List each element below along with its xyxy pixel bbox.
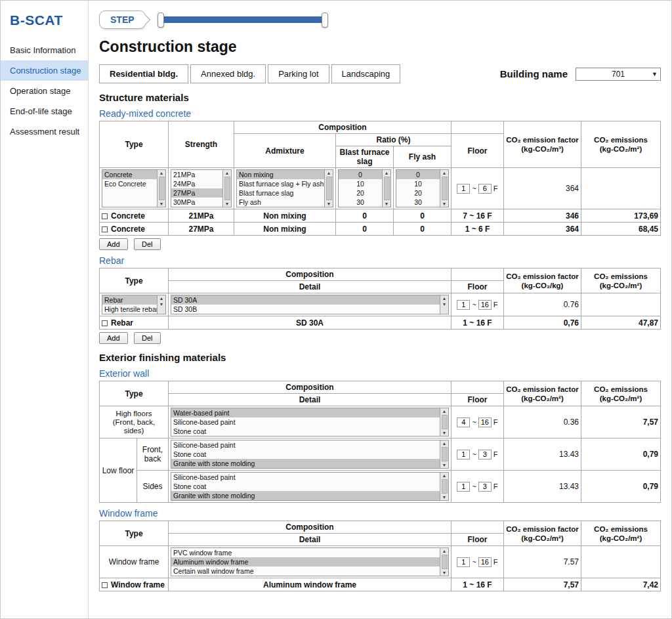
listbox-option[interactable]: Fly ash	[237, 198, 324, 207]
listbox-option[interactable]: 30MPa	[171, 198, 222, 207]
floor-from-input[interactable]	[457, 184, 470, 194]
scroll-down-icon[interactable]: ▼	[225, 201, 230, 207]
listbox-option[interactable]: Eco Concrete	[102, 179, 157, 188]
scrollbar[interactable]: ▲ ▼	[382, 170, 390, 207]
scroll-thumb[interactable]	[442, 415, 448, 429]
tab-residential-bldg[interactable]: Residential bldg.	[99, 64, 188, 83]
listbox-option[interactable]: 0	[396, 170, 440, 179]
floor-to-input[interactable]	[478, 482, 492, 492]
listbox-option[interactable]: Non mixing	[237, 170, 324, 179]
concrete-admixture-listbox[interactable]: Non mixing Blast furnace slag + Fly ash …	[236, 169, 333, 207]
scroll-thumb[interactable]	[159, 177, 165, 200]
scroll-down-icon[interactable]: ▼	[442, 430, 447, 436]
sidebar-item-assessment-result[interactable]: Assessment result	[1, 121, 88, 142]
scrollbar[interactable]: ▲ ▼	[440, 473, 448, 500]
listbox-option[interactable]: Water-based paint	[171, 408, 440, 417]
scrollbar[interactable]: ▲ ▼	[157, 170, 165, 207]
listbox-option[interactable]: Concrete	[102, 170, 157, 179]
sidebar-item-end-of-life-stage[interactable]: End-of-life stage	[1, 101, 88, 121]
sidebar-item-basic-information[interactable]: Basic Information	[1, 40, 88, 60]
tab-parking-lot[interactable]: Parking lot	[268, 64, 329, 83]
scroll-up-icon[interactable]: ▲	[442, 548, 447, 554]
floor-to-input[interactable]	[478, 557, 492, 567]
listbox-option[interactable]: Silicone-based paint	[171, 417, 440, 427]
scrollbar[interactable]: ▲ ▼	[440, 548, 448, 576]
scrollbar[interactable]: ▲ ▼	[440, 295, 448, 314]
row-checkbox[interactable]	[102, 582, 108, 588]
scroll-thumb[interactable]	[442, 447, 448, 461]
scroll-up-icon[interactable]: ▲	[442, 440, 447, 446]
scroll-down-icon[interactable]: ▼	[159, 301, 164, 307]
scroll-down-icon[interactable]: ▼	[442, 462, 447, 468]
rebar-del-button[interactable]: Del	[134, 332, 161, 344]
wall-high-floors-listbox[interactable]: Water-based paint Silicone-based paint S…	[171, 408, 449, 437]
concrete-del-button[interactable]: Del	[134, 238, 161, 250]
wall-front-back-listbox[interactable]: Silicone-based paint Stone coat Granite …	[171, 440, 449, 469]
scroll-down-icon[interactable]: ▼	[442, 570, 447, 576]
listbox-option[interactable]: Certain wall window frame	[171, 566, 440, 576]
concrete-strength-listbox[interactable]: 21MPa 24MPa 27MPa 30MPa ▲ ▼	[171, 169, 232, 207]
wall-sides-listbox[interactable]: Silicone-based paint Stone coat Granite …	[171, 472, 449, 501]
rebar-detail-listbox[interactable]: SD 30A SD 30B ▲ ▼	[171, 295, 449, 314]
listbox-option[interactable]: 30	[396, 198, 440, 207]
scrollbar[interactable]: ▲ ▼	[324, 170, 333, 207]
scroll-up-icon[interactable]: ▲	[159, 295, 164, 301]
scroll-up-icon[interactable]: ▲	[442, 295, 447, 301]
scroll-down-icon[interactable]: ▼	[442, 301, 447, 307]
listbox-option[interactable]: Silicone-based paint	[171, 440, 440, 450]
listbox-option[interactable]: Silicone-based paint	[171, 473, 440, 482]
tab-landscaping[interactable]: Landscaping	[331, 64, 401, 83]
listbox-option[interactable]: 20	[339, 188, 382, 198]
listbox-option[interactable]: Aluminum window frame	[171, 557, 440, 566]
listbox-option[interactable]: 20	[396, 188, 440, 198]
floor-from-input[interactable]	[457, 557, 470, 567]
listbox-option[interactable]: Granite with stone molding	[171, 491, 440, 500]
sidebar-item-operation-stage[interactable]: Operation stage	[1, 81, 88, 101]
rebar-add-button[interactable]: Add	[99, 332, 128, 344]
building-name-select[interactable]: 701 ▼	[576, 68, 661, 81]
rebar-type-listbox[interactable]: Rebar High tensile rebar ▲ ▼	[102, 295, 166, 314]
listbox-option[interactable]: 21MPa	[171, 170, 222, 179]
listbox-option[interactable]: Stone coat	[171, 427, 440, 436]
listbox-option[interactable]: SD 30B	[171, 305, 440, 314]
listbox-option[interactable]: Stone coat	[171, 450, 440, 459]
listbox-option[interactable]: Stone coat	[171, 482, 440, 491]
listbox-option[interactable]: Blast furnace slag + Fly ash	[237, 179, 324, 188]
listbox-option[interactable]: 30	[339, 198, 382, 207]
concrete-add-button[interactable]: Add	[99, 238, 128, 250]
listbox-option[interactable]: PVC window frame	[171, 548, 440, 557]
scroll-up-icon[interactable]: ▲	[327, 170, 331, 176]
scroll-up-icon[interactable]: ▲	[159, 170, 164, 176]
listbox-option[interactable]: 10	[339, 179, 382, 188]
scroll-down-icon[interactable]: ▼	[159, 201, 164, 207]
listbox-option[interactable]: SD 30A	[171, 295, 440, 305]
listbox-option[interactable]: 24MPa	[171, 179, 222, 188]
scroll-down-icon[interactable]: ▼	[442, 201, 447, 207]
row-checkbox[interactable]	[102, 213, 108, 219]
listbox-option[interactable]: 10	[396, 179, 440, 188]
listbox-option[interactable]: Blast furnace slag	[237, 188, 324, 198]
sidebar-item-construction-stage[interactable]: Construction stage	[1, 60, 88, 81]
listbox-option[interactable]: High tensile rebar	[102, 305, 157, 314]
listbox-option[interactable]: 27MPa	[171, 188, 222, 198]
scrollbar[interactable]: ▲ ▼	[440, 170, 448, 207]
slider-thumb-right[interactable]	[322, 12, 328, 28]
scroll-thumb[interactable]	[326, 177, 332, 200]
floor-from-input[interactable]	[457, 300, 470, 310]
scroll-thumb[interactable]	[442, 479, 448, 494]
scroll-up-icon[interactable]: ▲	[442, 170, 447, 176]
scroll-up-icon[interactable]: ▲	[442, 473, 447, 479]
scroll-thumb[interactable]	[442, 177, 448, 200]
concrete-type-listbox[interactable]: Concrete Eco Concrete ▲ ▼	[102, 169, 166, 207]
row-checkbox[interactable]	[102, 226, 108, 232]
scroll-thumb[interactable]	[442, 555, 448, 569]
scroll-up-icon[interactable]: ▲	[385, 170, 389, 176]
scroll-thumb[interactable]	[224, 177, 230, 200]
scroll-down-icon[interactable]: ▼	[385, 201, 389, 207]
listbox-option[interactable]: Granite with stone molding	[171, 459, 440, 468]
concrete-flyash-ratio-listbox[interactable]: 0 10 20 30 ▲ ▼	[396, 169, 449, 207]
slider-thumb-left[interactable]	[158, 12, 164, 28]
scroll-up-icon[interactable]: ▲	[225, 170, 230, 176]
scroll-down-icon[interactable]: ▼	[327, 201, 331, 207]
floor-to-input[interactable]	[478, 417, 492, 427]
